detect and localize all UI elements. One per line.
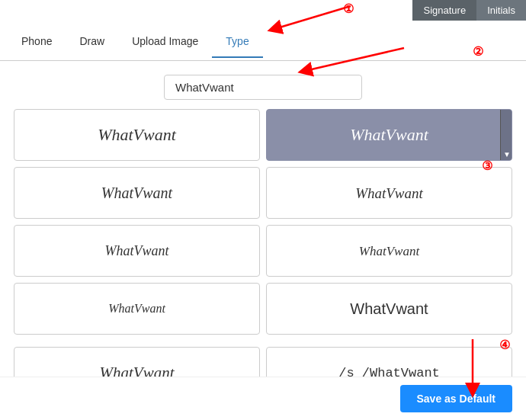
sig-cell-8[interactable]: WhatVwant	[266, 283, 512, 335]
top-right-buttons: Signature Initials	[412, 0, 526, 21]
bottom-bar: Save as Default	[0, 377, 526, 420]
save-default-button[interactable]: Save as Default	[400, 385, 513, 412]
sig-cell-1[interactable]: WhatVwant	[14, 109, 260, 161]
tab-type[interactable]: Type	[212, 26, 262, 58]
signature-button[interactable]: Signature	[412, 0, 476, 21]
name-input-row	[0, 75, 526, 100]
signature-grid: WhatVwant WhatVwant WhatVwant WhatVwant …	[0, 109, 526, 335]
sig-cell-3[interactable]: WhatVwant	[14, 167, 260, 219]
sig-text-3: WhatVwant	[101, 185, 172, 200]
sig-cell-4[interactable]: WhatVwant	[266, 167, 512, 219]
tab-bar: Phone Draw Upload Image Type	[0, 23, 526, 61]
initials-button[interactable]: Initials	[476, 0, 526, 21]
annotation-1: ①	[343, 2, 354, 16]
sig-text-8: WhatVwant	[350, 301, 428, 316]
sig-text-6: WhatVwant	[359, 245, 419, 258]
sig-cell-2[interactable]: WhatVwant	[266, 109, 512, 161]
sig-cell-5[interactable]: WhatVwant	[14, 225, 260, 277]
sig-text-2: WhatVwant	[350, 127, 428, 143]
tab-draw[interactable]: Draw	[66, 26, 118, 58]
sig-text-1: WhatVwant	[98, 127, 176, 143]
sig-cell-7[interactable]: WhatVwant	[14, 283, 260, 335]
name-input[interactable]	[164, 75, 362, 100]
tab-upload[interactable]: Upload Image	[118, 26, 212, 58]
sig-text-4: WhatVwant	[355, 186, 423, 200]
sig-cell-6[interactable]: WhatVwant	[266, 225, 512, 277]
tab-phone[interactable]: Phone	[8, 26, 66, 58]
sig-text-7: WhatVwant	[108, 303, 165, 315]
sig-text-5: WhatVwant	[105, 244, 169, 258]
